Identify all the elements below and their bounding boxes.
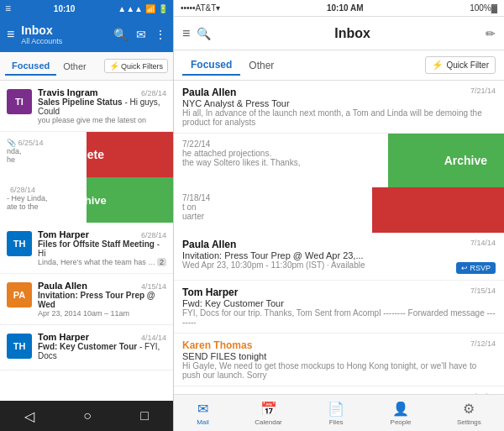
right-search-icon[interactable]: 🔍	[197, 27, 211, 40]
right-carrier: AT&T	[196, 3, 217, 13]
list-item[interactable]: PA Paula Allen 4/15/14 Invitation: Press…	[0, 274, 173, 325]
email-subject: Invitation: Press Tour Prep @ Wed	[38, 291, 166, 309]
email-sender: Tom Harper	[182, 392, 238, 394]
right-status-bar: ••••• AT&T ▾ 10:10 AM 100% ▓	[174, 0, 504, 17]
email-meta: Paula Allen 7/14/14	[182, 239, 496, 250]
avatar: TH	[7, 231, 32, 256]
email-date: 6/28/14	[141, 231, 166, 239]
left-status-icons: ▲▲▲ 📶 🔋	[118, 4, 168, 13]
people-icon: 👤	[392, 401, 409, 417]
settings-icon: ⚙	[463, 401, 475, 417]
list-item[interactable]: Tom Harper 7/11/14 Infographic for Pitch…	[174, 386, 504, 394]
list-item[interactable]: Delete 7/18/14 t on uarter	[174, 187, 504, 233]
right-status-time: 10:10 AM	[220, 3, 470, 13]
email-content: Tom Harper 6/28/14 Files for Offsite Sta…	[38, 229, 166, 266]
left-status-bar: ≡ 10:10 ▲▲▲ 📶 🔋	[0, 0, 173, 17]
archive-label-right: Archive	[444, 154, 487, 167]
email-content: Paula Allen 4/15/14 Invitation: Press To…	[38, 281, 166, 318]
left-bottom-nav: ◁ ○ □	[0, 401, 173, 431]
right-inbox-title: Inbox	[219, 26, 486, 41]
email-content: Paula Allen 7/14/14 Invitation: Press To…	[182, 239, 496, 274]
email-date: 4/14/14	[141, 334, 166, 342]
left-tab-other[interactable]: Other	[56, 58, 93, 75]
right-battery-icon: ▓	[491, 3, 497, 13]
left-status-time: 10:10	[54, 4, 76, 13]
list-item[interactable]: Archive 7/22/14 he attached projections.…	[174, 134, 504, 187]
email-content: Tom Harper 4/14/14 Fwd: Key Customer Tou…	[38, 332, 166, 360]
email-date: 7/21/14	[470, 87, 496, 95]
files-icon: 📄	[328, 401, 344, 417]
count-badge: 2	[157, 258, 166, 266]
email-sender: Karen Thomas	[182, 339, 252, 351]
quick-filter-label: Quick Filters	[121, 62, 163, 71]
nav-settings[interactable]: ⚙ Settings	[457, 401, 481, 426]
list-item[interactable]: Karen Thomas 7/12/14 SEND FILES tonight …	[174, 334, 504, 386]
left-header-icons: 🔍 ✉ ⋮	[113, 28, 166, 41]
left-quick-filter-btn[interactable]: ⚡ Quick Filters	[104, 59, 168, 73]
email-sender: Tom Harper	[38, 332, 89, 342]
left-tab-focused[interactable]: Focused	[5, 57, 56, 76]
email-meta: Karen Thomas 7/12/14	[182, 339, 496, 351]
right-quick-filter-btn[interactable]: ⚡ Quick Filter	[425, 56, 496, 74]
nav-calendar[interactable]: 📅 Calendar	[255, 401, 281, 426]
left-menu-icon[interactable]: ≡	[7, 27, 14, 42]
email-sender: Paula Allen	[182, 87, 236, 98]
right-phone: ••••• AT&T ▾ 10:10 AM 100% ▓ ≡ 🔍 Inbox ✏…	[174, 0, 504, 431]
left-mail-icon[interactable]: ✉	[136, 28, 146, 41]
home-button[interactable]: ○	[83, 408, 92, 423]
right-header: ≡ 🔍 Inbox ✏	[174, 17, 504, 50]
left-tabs: Focused Other ⚡ Quick Filters	[0, 52, 173, 81]
right-tab-other[interactable]: Other	[240, 56, 282, 75]
left-search-icon[interactable]: 🔍	[113, 28, 128, 41]
email-preview: Wed Apr 23, 10:30pm - 11:30pm (IST) · Av…	[182, 260, 456, 270]
email-sender: Tom Harper	[182, 286, 238, 298]
email-date: 7/11/14	[470, 392, 496, 394]
left-more-icon[interactable]: ⋮	[155, 28, 166, 41]
email-meta: Paula Allen 7/21/14	[182, 87, 496, 98]
list-item[interactable]: Tom Harper 7/15/14 Fwd: Key Customer Tou…	[174, 281, 504, 334]
calendar-label: Calendar	[255, 418, 281, 426]
email-subject: Files for Offsite Staff Meeting - Hi	[38, 239, 166, 258]
email-subject: Fwd: Key Customer Tour	[182, 298, 496, 308]
left-header-title-group: Inbox All Accounts	[21, 24, 113, 45]
settings-label: Settings	[457, 418, 481, 426]
email-subject: Sales Pipeline Status - Hi guys, Could	[38, 97, 166, 116]
back-button[interactable]: ◁	[24, 408, 34, 424]
email-meta: Tom Harper 7/11/14	[182, 392, 496, 394]
email-meta: Tom Harper 4/14/14	[38, 332, 166, 342]
list-item[interactable]: TH Tom Harper 4/14/14 Fwd: Key Customer …	[0, 325, 173, 371]
email-preview: Apr 23, 2014 10am – 11am	[38, 309, 166, 318]
email-preview: you please give me the latest on	[38, 116, 166, 124]
calendar-icon: 📅	[260, 401, 277, 417]
right-compose-icon[interactable]: ✏	[486, 27, 496, 40]
nav-files[interactable]: 📄 Files	[328, 401, 344, 426]
list-item[interactable]: Paula Allen 7/14/14 Invitation: Press To…	[174, 233, 504, 281]
email-content: Karen Thomas 7/12/14 SEND FILES tonight …	[182, 339, 496, 380]
list-item[interactable]: Delete 📎 6/25/14 nda, he	[0, 132, 173, 177]
avatar: PA	[7, 282, 32, 307]
people-label: People	[391, 418, 412, 426]
avatar: TI	[7, 89, 32, 114]
email-content: Tom Harper 7/11/14 Infographic for Pitch…	[182, 392, 496, 394]
right-menu-icon[interactable]: ≡	[182, 26, 190, 41]
list-item[interactable]: Paula Allen 7/21/14 NYC Analyst & Press …	[174, 81, 504, 134]
email-date: 7/14/14	[470, 239, 496, 247]
email-subject: NYC Analyst & Press Tour	[182, 98, 496, 108]
right-tabs: Focused Other ⚡ Quick Filter	[174, 50, 504, 81]
right-tab-focused[interactable]: Focused	[182, 55, 240, 76]
nav-people[interactable]: 👤 People	[391, 401, 412, 426]
list-item[interactable]: TI Travis Ingram 6/28/14 Sales Pipeline …	[0, 81, 173, 132]
left-header: ≡ Inbox All Accounts 🔍 ✉ ⋮	[0, 17, 173, 52]
email-preview: Hi Gayle, We need to get those mockups t…	[182, 361, 496, 380]
mail-label: Mail	[197, 418, 209, 426]
email-subject: Invitation: Press Tour Prep @ Wed Apr 23…	[182, 250, 496, 260]
list-item[interactable]: Archive 6/28/14 - Hey Linda, ate to the	[0, 177, 173, 223]
recent-button[interactable]: □	[140, 408, 149, 423]
left-email-list: TI Travis Ingram 6/28/14 Sales Pipeline …	[0, 81, 173, 401]
email-meta: Tom Harper 7/15/14	[182, 286, 496, 298]
right-email-list: Paula Allen 7/21/14 NYC Analyst & Press …	[174, 81, 504, 394]
list-item[interactable]: TH Tom Harper 6/28/14 Files for Offsite …	[0, 223, 173, 274]
nav-mail[interactable]: ✉ Mail	[197, 401, 209, 426]
email-meta: Travis Ingram 6/28/14	[38, 87, 166, 97]
rsvp-button[interactable]: ↩ RSVP	[456, 262, 496, 274]
